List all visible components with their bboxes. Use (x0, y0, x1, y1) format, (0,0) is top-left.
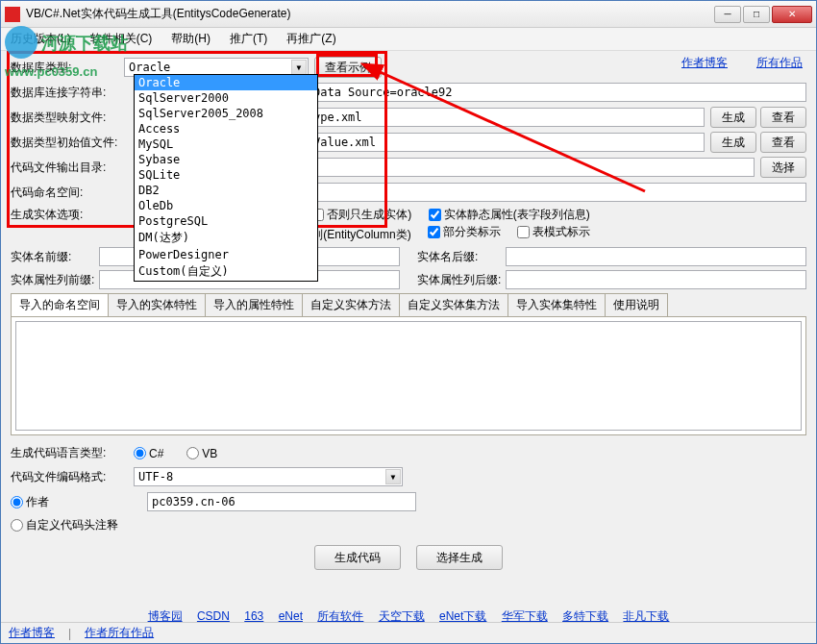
view-button-1[interactable]: 查看 (760, 107, 806, 128)
app-window: VB/C#.Net实体代码生成工具(EntitysCodeGenerate) ─… (0, 0, 817, 644)
menu-promote[interactable]: 推广(T) (226, 29, 271, 49)
label-prefix: 实体名前缀: (11, 249, 99, 265)
close-button[interactable]: ✕ (772, 6, 812, 23)
label-namespace: 代码命名空间: (11, 185, 124, 201)
statusbar-link-works[interactable]: 作者所有作品 (85, 625, 154, 641)
chk-static-attr[interactable] (429, 209, 441, 221)
menu-help[interactable]: 帮助(H) (167, 29, 214, 49)
label-db-type: 数据库类型: (11, 60, 124, 76)
radio-vb[interactable] (186, 447, 199, 459)
top-links: 作者博客 所有作品 (681, 55, 803, 71)
chk-table-mode[interactable] (517, 226, 530, 238)
label-suffix: 实体名后缀: (417, 249, 506, 265)
label-output-dir: 代码文件输出目录: (11, 160, 124, 176)
input-namespace[interactable] (309, 183, 806, 202)
input-suffix[interactable] (506, 247, 806, 266)
generate-button-1[interactable]: 生成 (710, 107, 756, 128)
tab-custom-method[interactable]: 自定义实体方法 (302, 293, 400, 316)
tab-prop-attr[interactable]: 导入的属性特性 (205, 293, 303, 316)
label-conn-str: 数据库连接字符串: (11, 85, 124, 101)
input-output-dir[interactable] (309, 158, 755, 177)
dropdown-option[interactable]: Oracle (135, 75, 317, 90)
row-namespace: 代码命名空间: (11, 182, 806, 203)
dropdown-option[interactable]: PowerDesigner (135, 247, 317, 262)
tab-custom-set-method[interactable]: 自定义实体集方法 (399, 293, 508, 316)
footer-link[interactable]: 163 (244, 609, 263, 623)
menubar: 历史版本(L) 软件相关(C) 帮助(H) 推广(T) 再推广(Z) (1, 28, 816, 51)
dropdown-option[interactable]: PostgreSQL (135, 213, 317, 229)
maximize-button[interactable]: □ (743, 6, 770, 23)
dropdown-option[interactable]: Sybase (135, 152, 317, 167)
window-buttons: ─ □ ✕ (714, 6, 812, 23)
row-conn-str: 数据库连接字符串: (11, 82, 806, 103)
combo-encoding[interactable]: UTF-8 ▼ (134, 467, 403, 486)
chevron-down-icon: ▼ (385, 469, 401, 484)
label-attr-prefix: 实体属性列前缀: (11, 272, 99, 288)
radio-csharp[interactable] (134, 447, 146, 459)
generate-button-2[interactable]: 生成 (710, 132, 756, 153)
label-type-map: 数据类型映射文件: (11, 110, 124, 126)
dropdown-option[interactable]: SQLite (135, 167, 317, 183)
tab-entity-attr[interactable]: 导入的实体特性 (108, 293, 206, 316)
dropdown-option[interactable]: DB2 (135, 183, 317, 198)
input-attr-suffix[interactable] (506, 270, 806, 289)
dropdown-option[interactable]: MySQL (135, 136, 317, 152)
generate-code-button[interactable]: 生成代码 (314, 545, 401, 570)
dropdown-option[interactable]: DM(达梦) (135, 229, 317, 247)
input-type-map[interactable] (309, 108, 705, 127)
row-output-dir: 代码文件输出目录: 选择 (11, 157, 806, 178)
label-attr-suffix: 实体属性列后缀: (417, 272, 506, 288)
dropdown-option[interactable]: SqlServer2000 (135, 90, 317, 106)
view-example-button[interactable]: 查看示例 (314, 57, 382, 78)
select-generate-button[interactable]: 选择生成 (416, 545, 503, 570)
footer-link[interactable]: 天空下载 (379, 609, 425, 623)
row-gen-opts: 生成实体选项: 否则只生成实体) 实体静态属性(表字段列信息) 列(Entity… (11, 207, 806, 243)
dropdown-option[interactable]: Access (135, 121, 317, 136)
footer-link[interactable]: eNet (279, 609, 303, 623)
label-gen-opts: 生成实体选项: (11, 207, 124, 223)
dropdown-option[interactable]: OleDb (135, 198, 317, 213)
footer-link[interactable]: 所有软件 (317, 609, 363, 623)
footer-link[interactable]: 华军下载 (502, 609, 548, 623)
input-conn-str[interactable] (309, 83, 806, 102)
input-init-val[interactable] (309, 133, 705, 152)
tab-import-set-attr[interactable]: 导入实体集特性 (508, 293, 606, 316)
input-author[interactable] (147, 492, 416, 511)
window-title: VB/C#.Net实体代码生成工具(EntitysCodeGenerate) (26, 6, 714, 22)
radio-author[interactable] (11, 496, 23, 508)
titlebar: VB/C#.Net实体代码生成工具(EntitysCodeGenerate) ─… (1, 1, 816, 28)
menu-software[interactable]: 软件相关(C) (87, 29, 157, 49)
view-button-2[interactable]: 查看 (760, 132, 806, 153)
chk-partial-class[interactable] (428, 226, 440, 238)
namespace-textarea[interactable] (15, 321, 802, 431)
select-dir-button[interactable]: 选择 (760, 157, 806, 178)
link-author-blog[interactable]: 作者博客 (681, 55, 728, 71)
footer-link[interactable]: CSDN (197, 609, 230, 623)
footer-link[interactable]: 非凡下载 (623, 609, 669, 623)
tab-strip: 导入的命名空间 导入的实体特性 导入的属性特性 自定义实体方法 自定义实体集方法… (11, 293, 806, 316)
app-icon (5, 7, 20, 22)
chevron-down-icon: ▼ (291, 60, 307, 75)
link-all-works[interactable]: 所有作品 (756, 55, 803, 71)
content-area: 作者博客 所有作品 数据库类型: Oracle ▼ 查看示例 Oracle Sq… (1, 51, 816, 631)
row-init-val: 数据类型初始值文件: 生成 查看 (11, 132, 806, 153)
status-bar: 作者博客 | 作者所有作品 (1, 622, 816, 643)
footer-link[interactable]: 多特下载 (562, 609, 608, 623)
tab-usage[interactable]: 使用说明 (605, 293, 668, 316)
menu-repromote[interactable]: 再推广(Z) (283, 29, 339, 49)
radio-custom-header[interactable] (11, 519, 23, 532)
tab-body (11, 316, 806, 435)
footer-link[interactable]: 博客园 (148, 609, 183, 623)
label-lang-type: 生成代码语言类型: (11, 445, 124, 461)
label-init-val: 数据类型初始值文件: (11, 135, 124, 151)
minimize-button[interactable]: ─ (714, 6, 741, 23)
label-encoding: 代码文件编码格式: (11, 469, 124, 485)
dropdown-option[interactable]: Custom(自定义) (135, 262, 317, 281)
statusbar-link-blog[interactable]: 作者博客 (9, 625, 55, 641)
footer-link[interactable]: eNet下载 (439, 609, 486, 623)
db-type-dropdown: Oracle SqlServer2000 SqlServer2005_2008 … (134, 74, 318, 282)
dropdown-option[interactable]: SqlServer2005_2008 (135, 106, 317, 121)
menu-history[interactable]: 历史版本(L) (7, 29, 75, 49)
row-type-map: 数据类型映射文件: 生成 查看 (11, 107, 806, 128)
tab-namespace[interactable]: 导入的命名空间 (11, 293, 109, 316)
